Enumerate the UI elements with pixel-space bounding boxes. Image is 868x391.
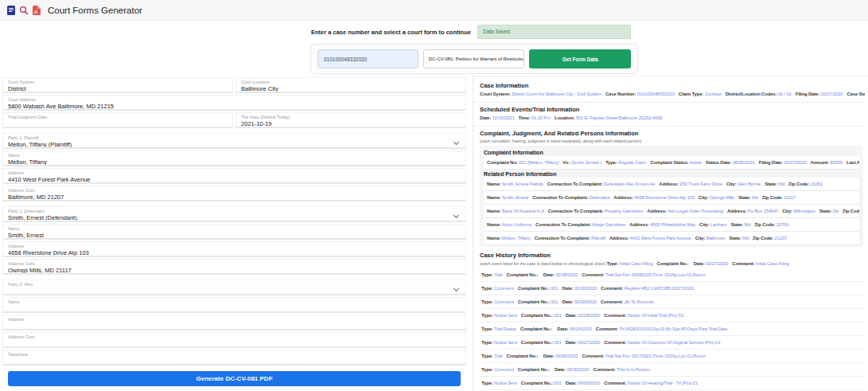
pair-label: Complaint No.: bbox=[506, 272, 538, 277]
court-address-field[interactable]: Court Address 5800 Wabash Ave Baltimore,… bbox=[2, 95, 466, 111]
the-date-field[interactable]: The Date (Default Today) 2021-10-19 bbox=[235, 112, 466, 128]
court-location-field[interactable]: Court Location Baltimore City bbox=[235, 77, 466, 93]
pair-value: 250 Truck Farm Drive bbox=[679, 182, 722, 186]
pair-label: Date: bbox=[543, 272, 555, 277]
pair-value: 12/15/2021 bbox=[492, 115, 514, 120]
history-row: Type: Trial DeleteComplaint No.: Date: 0… bbox=[480, 323, 865, 336]
party3-address-cont-field[interactable]: Address Cont. bbox=[2, 332, 466, 348]
party1-select[interactable]: Party 1: Plaintiff Melton, Tiffany (Plai… bbox=[2, 133, 466, 149]
pair-value: 02/28/2020 bbox=[578, 313, 600, 318]
related-person-row: Name: Smith, ErnestConnection To Complai… bbox=[484, 191, 859, 205]
pair-value: Glen Burnie bbox=[738, 182, 761, 186]
pair-value: Comment bbox=[494, 286, 514, 291]
pair-value: Notice Of Hearing/Trial - Trl (Pin)-Z1 bbox=[628, 381, 699, 385]
pair-label: City: bbox=[782, 209, 792, 213]
get-form-data-button[interactable]: Get Form Data bbox=[529, 49, 631, 68]
pair-label: Address: bbox=[629, 222, 648, 227]
field-value bbox=[8, 358, 461, 365]
pair-label: Type: bbox=[605, 160, 617, 165]
pair-label: Complaint No.: bbox=[521, 313, 553, 318]
party1-name-field[interactable]: Name Melton, Tiffany bbox=[2, 151, 466, 166]
document-icon[interactable] bbox=[7, 6, 15, 15]
pair-value: Initial Case Filing bbox=[620, 261, 653, 266]
pair-value: $5000 bbox=[830, 160, 843, 165]
pair-label: Case Status: bbox=[847, 92, 865, 96]
pair-label: Comment: bbox=[594, 367, 616, 372]
pair-label: Connection To Complaint: bbox=[548, 209, 604, 213]
party2-address-field[interactable]: Address 4658 Riverstone Drive Atp 103 bbox=[2, 241, 466, 257]
pair-value: 4900 Philadelphia Way bbox=[650, 222, 695, 227]
pair-label: Date: bbox=[543, 354, 555, 358]
party3-select[interactable]: Party 3: Misc bbox=[2, 280, 466, 295]
pair-label: Zip Code: bbox=[753, 236, 773, 240]
pair-value: Attn Legal Order Processing bbox=[668, 209, 723, 213]
party2-name-field[interactable]: Name Smith, Ernest bbox=[2, 224, 466, 240]
pair-value: De bbox=[833, 209, 839, 213]
divider bbox=[473, 102, 865, 103]
pair-value: Trial Set For: 05172021;Time: 0330p;Loc:… bbox=[605, 354, 706, 358]
history-row: Type: CommentComplaint No.: 001Date: 02/… bbox=[480, 295, 865, 309]
pair-label: Date: bbox=[555, 367, 566, 372]
pair-label: Amount: bbox=[811, 160, 829, 165]
telephone-field[interactable]: Telephone bbox=[2, 350, 466, 366]
party1-address-field[interactable]: Address 4410 West Forest Park Avenue bbox=[2, 168, 466, 184]
field-value bbox=[8, 340, 461, 347]
pair-value: Trl;04282020;0115p;01;By Sys;45 Days Pas… bbox=[619, 326, 727, 331]
complaint-panel: Complaint Information Complaint No: 001 … bbox=[480, 146, 863, 247]
pair-value: Md bbox=[778, 182, 784, 186]
pair-value: Md bbox=[742, 236, 749, 240]
trial-judgment-date-field[interactable]: Trial/Judgment Date bbox=[2, 112, 233, 128]
search-icon[interactable] bbox=[19, 6, 29, 15]
pair-label: Comment: bbox=[604, 340, 626, 345]
pair-value: Notice Sent bbox=[494, 381, 517, 385]
pair-value: 4410 West Forest Park Avenue bbox=[630, 236, 691, 240]
pair-value: Plaintiff bbox=[591, 236, 605, 240]
field-value: Baltimore, MD 21207 bbox=[8, 194, 461, 201]
pair-label: Location: bbox=[555, 115, 574, 120]
pair-label: Zip Code: bbox=[762, 195, 783, 200]
pair-label: Type: bbox=[481, 340, 493, 345]
pair-label: Connection To Complaint: bbox=[535, 236, 590, 240]
related-person-row: Name: Smith, Ernest PatrickConnection To… bbox=[484, 178, 859, 191]
pair-value: Wage Garnishee bbox=[592, 222, 625, 227]
pair-value: Jkt To Records bbox=[624, 299, 653, 304]
party2-select[interactable]: Party 2: Defendant Smith, Ernest (Defend… bbox=[2, 206, 466, 222]
party3-name-field[interactable]: Name bbox=[2, 297, 466, 313]
pair-value: 01:15 Pm bbox=[531, 115, 551, 120]
pair-value: (Smith, Ernest ) bbox=[570, 160, 601, 165]
court-form-select[interactable]: DC-CV-081: Petition for Warrant of Resti… bbox=[423, 49, 525, 68]
pair-label: Filing Date: bbox=[796, 92, 819, 96]
generate-pdf-button[interactable]: Generate DC-CV-081 PDF bbox=[8, 371, 461, 386]
party3-address-field[interactable]: Address bbox=[2, 315, 466, 330]
pair-label: Type: bbox=[481, 299, 493, 304]
pair-label: Date: bbox=[562, 299, 573, 304]
related-person-row: Name: Alsco UniformsConnection To Compla… bbox=[484, 218, 859, 232]
case-info-line: Court System: District Court For Baltimo… bbox=[480, 91, 865, 97]
complaint-section-subtitle: (each complaint, hearing, judgment is li… bbox=[480, 139, 865, 143]
case-number-input[interactable] bbox=[317, 49, 418, 68]
pair-label: Type: bbox=[481, 381, 493, 385]
party1-address-cont-field[interactable]: Address Cont. Baltimore, MD 21207 bbox=[2, 186, 466, 201]
pair-label: Date: bbox=[694, 261, 705, 266]
pair-label: Complaint No.: bbox=[506, 354, 538, 358]
pair-label: Connection To Complaint: bbox=[547, 182, 603, 186]
pair-value: Trial bbox=[494, 272, 502, 277]
pair-label: Complaint No.: bbox=[521, 381, 553, 385]
pair-value: Initial Case Filing bbox=[756, 261, 789, 266]
pair-label: Connection To Complaint: bbox=[535, 222, 591, 227]
pdf-icon[interactable]: A bbox=[33, 6, 41, 15]
pair-value: 001 bbox=[551, 299, 558, 304]
pair-label: City: bbox=[699, 222, 709, 227]
pair-label: Type: bbox=[481, 272, 493, 277]
pair-value: 09/30/2020 bbox=[566, 367, 589, 372]
pair-value: Trial Delete bbox=[494, 326, 516, 331]
pair-label: City: bbox=[726, 182, 736, 186]
case-info-title: Case Information bbox=[480, 82, 865, 89]
party2-address-cont-field[interactable]: Address Cont. Owings Mills, MD 21117 bbox=[2, 259, 466, 275]
complaint-info-line: Complaint No: 001 (Melton, Tiffany)Vs: (… bbox=[484, 156, 859, 170]
pair-value: 02/28/2020 bbox=[574, 286, 597, 291]
court-system-field[interactable]: Court System District bbox=[2, 77, 233, 93]
pair-label: Date: bbox=[557, 326, 568, 331]
pair-value: Comment bbox=[494, 367, 514, 372]
pair-label: Case Number: bbox=[605, 92, 636, 96]
